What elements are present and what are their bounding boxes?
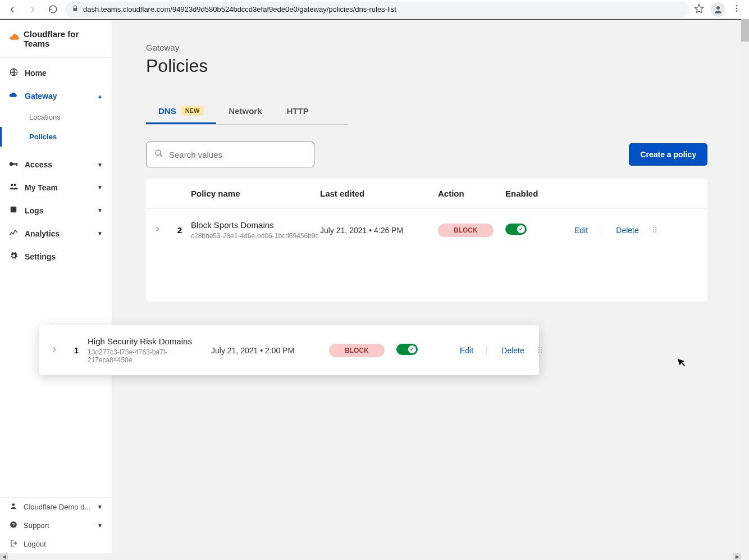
address-bar[interactable]: dash.teams.cloudflare.com/94923d9d580b52… (65, 2, 689, 17)
svg-rect-7 (16, 163, 17, 166)
gateway-icon (9, 92, 18, 101)
chevron-down-icon: ▼ (97, 522, 103, 529)
logs-icon (9, 206, 18, 215)
edit-link[interactable]: Edit (561, 226, 601, 235)
last-edited: July 21, 2021 • 2:00 PM (211, 346, 329, 355)
app-container: Cloudflare for Teams Home Gateway ▲ Loca… (0, 19, 741, 553)
col-action: Action (438, 189, 505, 198)
chevron-down-icon: ▼ (97, 230, 103, 236)
footer-logout[interactable]: Logout (0, 535, 112, 553)
edit-link[interactable]: Edit (447, 346, 486, 355)
nav: Home Gateway ▲ Locations Policies Access… (0, 58, 112, 497)
policies-table: Policy name Last edited Action Enabled 2… (146, 179, 707, 302)
enabled-toggle[interactable] (396, 344, 418, 355)
team-icon (9, 183, 18, 192)
user-icon (9, 502, 18, 512)
policy-name: High Security Risk Domains (88, 336, 211, 346)
scrollbar-thumb[interactable] (741, 19, 749, 42)
create-policy-button[interactable]: Create a policy (629, 143, 707, 166)
nav-myteam[interactable]: My Team ▼ (0, 176, 112, 199)
enabled-toggle[interactable] (505, 224, 527, 235)
policy-id: c28bbe53-28e1-4d6e-bd06-1bcd69456b9c (191, 232, 320, 240)
tab-network[interactable]: Network (216, 99, 274, 124)
footer-support-label: Support (24, 521, 49, 530)
nav-access[interactable]: Access ▼ (0, 153, 112, 176)
scroll-left-arrow[interactable]: ◀ (0, 553, 8, 560)
svg-point-9 (14, 184, 16, 186)
globe-icon (9, 68, 18, 78)
scroll-right-arrow[interactable]: ▶ (733, 553, 741, 560)
footer-logout-label: Logout (24, 540, 46, 548)
nav-analytics-label: Analytics (25, 229, 60, 238)
dragging-row: 1 High Security Risk Domains 13d277c3-f7… (39, 325, 539, 375)
svg-point-11 (12, 503, 15, 506)
sidebar-footer: Cloudflare Demo d... ▼ ? Support ▼ Logou… (0, 497, 112, 553)
tabs: DNS NEW Network HTTP (146, 99, 348, 125)
lock-icon (72, 5, 79, 13)
nav-myteam-label: My Team (25, 183, 58, 192)
nav-policies[interactable]: Policies (0, 127, 112, 147)
page-title: Policies (146, 56, 707, 76)
brand[interactable]: Cloudflare for Teams (0, 20, 112, 58)
star-icon[interactable] (694, 3, 704, 16)
policy-name: Block Sports Domains (191, 220, 320, 230)
action-badge: BLOCK (329, 344, 385, 357)
main-content: Gateway Policies DNS NEW Network HTTP Cr… (112, 20, 741, 553)
row-placeholder (146, 251, 707, 302)
nav-analytics[interactable]: Analytics ▼ (0, 222, 112, 245)
svg-point-14 (156, 150, 161, 155)
brand-text: Cloudflare for Teams (24, 29, 103, 48)
nav-locations[interactable]: Locations (0, 107, 112, 127)
nav-settings[interactable]: Settings (0, 245, 112, 268)
svg-point-0 (716, 6, 720, 10)
action-badge: BLOCK (438, 224, 494, 237)
row-order: 2 (168, 225, 191, 235)
search-input[interactable] (169, 150, 306, 160)
badge-new: NEW (181, 106, 204, 116)
policy-row: 2 Block Sports Domains c28bbe53-28e1-4d6… (146, 209, 707, 251)
expand-icon[interactable] (43, 346, 65, 354)
chevron-up-icon: ▲ (97, 93, 103, 99)
drag-handle-icon[interactable]: ⠿ (531, 346, 548, 355)
cursor-icon (676, 355, 689, 371)
reload-button[interactable] (45, 2, 61, 17)
svg-rect-10 (11, 207, 17, 213)
logout-icon (9, 539, 18, 549)
svg-point-5 (10, 162, 13, 166)
profile-icon[interactable] (711, 2, 725, 17)
nav-logs[interactable]: Logs ▼ (0, 199, 112, 222)
tab-dns[interactable]: DNS NEW (146, 99, 216, 124)
footer-account[interactable]: Cloudflare Demo d... ▼ (0, 498, 112, 516)
scrollbar-track[interactable] (8, 553, 733, 560)
delete-link[interactable]: Delete (601, 226, 646, 235)
nav-gateway[interactable]: Gateway ▲ (0, 85, 112, 107)
svg-point-8 (11, 184, 13, 186)
search-box[interactable] (146, 142, 314, 167)
policy-id: 13d277c3-f73e-4763-ba7f-217eca84450e (88, 348, 211, 364)
tab-http[interactable]: HTTP (275, 99, 321, 124)
forward-button[interactable] (25, 2, 40, 17)
expand-icon[interactable] (146, 226, 168, 234)
toolbar: Create a policy (146, 142, 707, 167)
access-icon (9, 160, 18, 169)
svg-point-1 (736, 5, 738, 7)
footer-account-label: Cloudflare Demo d... (24, 503, 90, 511)
vertical-scrollbar[interactable] (741, 19, 749, 553)
nav-access-label: Access (25, 160, 52, 169)
delete-link[interactable]: Delete (486, 346, 531, 355)
col-edited: Last edited (320, 189, 438, 198)
nav-home-label: Home (25, 69, 47, 78)
tab-dns-label: DNS (158, 106, 176, 116)
row-order: 1 (65, 345, 88, 355)
url-text: dash.teams.cloudflare.com/94923d9d580b52… (83, 5, 396, 13)
kebab-menu-icon[interactable] (732, 4, 741, 15)
svg-point-3 (736, 10, 738, 12)
drag-handle-icon[interactable]: ⠿ (646, 226, 663, 235)
back-button[interactable] (4, 2, 20, 17)
nav-home[interactable]: Home (0, 61, 112, 85)
horizontal-scrollbar[interactable]: ◀ ▶ (0, 553, 741, 560)
nav-logs-label: Logs (25, 206, 43, 215)
help-icon: ? (9, 521, 18, 530)
footer-support[interactable]: ? Support ▼ (0, 516, 112, 535)
chevron-down-icon: ▼ (97, 162, 103, 168)
